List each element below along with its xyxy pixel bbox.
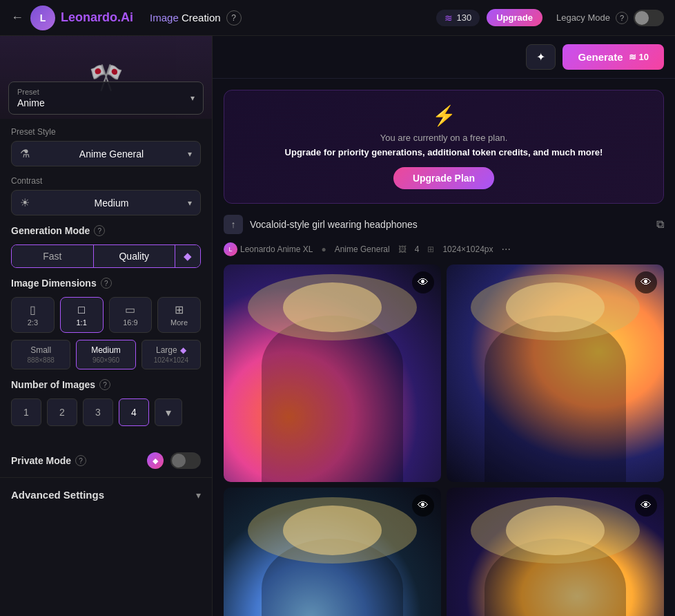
topnav: ← L Leonardo.Ai Image Creation ? ≋ 130 U… [0,0,675,36]
legacy-help-icon[interactable]: ? [616,12,628,24]
num-1-button[interactable]: 1 [11,398,41,426]
num-images-help-icon[interactable]: ? [99,379,110,390]
gen-dimensions: 1024×1024px [442,244,493,254]
contrast-select[interactable]: ☀ Medium ▾ [11,190,201,215]
style-name: Anime General [335,244,390,254]
separator2: 🖼 [398,244,407,254]
size-large-diamond-icon: ◆ [180,345,186,355]
fast-mode-button[interactable]: Fast [12,245,93,267]
preset-style-select[interactable]: ⚗ Anime General ▾ [11,141,201,166]
separator1: ● [321,244,326,254]
preset-style-label: Preset Style [11,127,201,137]
upgrade-banner: ⚡ You are currently on a free plan. Upgr… [224,90,664,204]
image-silhouette-1 [224,297,441,482]
generate-button[interactable]: Generate ≋ 10 [562,44,664,70]
content-topbar: ✦ Generate ≋ 10 [213,36,675,79]
image-dimensions-group: Image Dimensions ? ▯ 2:3 □ 1:1 ▭ 16:9 [11,278,201,369]
dimension-buttons: ▯ 2:3 □ 1:1 ▭ 16:9 ⊞ More [11,297,201,333]
preset-image-area: 🎌 Preset Anime ▾ [0,36,212,119]
legacy-label: Legacy Mode [556,12,610,23]
token-icon: ≋ [444,12,453,23]
banner-upgrade-button[interactable]: Upgrade Plan [393,167,494,189]
token-cost-value: 10 [639,52,649,62]
image-silhouette-3 [224,520,441,616]
image-eye-button-2[interactable]: 👁 [635,271,657,293]
banner-text2: Upgrade for priority generations, additi… [238,147,649,157]
private-mode-label: Private Mode ? [11,455,86,466]
num-more-button[interactable]: ▾ [155,398,182,426]
size-buttons: Small 888×888 Medium 960×960 Large ◆ 102… [11,340,201,369]
private-mode-diamond-icon: ◆ [147,452,164,469]
dim-icon-more: ⊞ [175,303,184,316]
nav-title: Image Creation [150,12,221,23]
contrast-icon: ☀ [20,196,30,209]
diamond-icon: ◆ [184,250,192,262]
gen-style: Anime General [335,244,390,254]
generation-mode-help-icon[interactable]: ? [94,225,105,236]
size-medium-button[interactable]: Medium 960×960 [76,340,135,369]
preset-style-group: Preset Style ⚗ Anime General ▾ [11,127,201,166]
image-card-4: 👁 [447,488,664,616]
dim-btn-16-9[interactable]: ▭ 16:9 [109,297,153,333]
num-3-button[interactable]: 3 [83,398,113,426]
image-eye-button-1[interactable]: 👁 [412,271,434,293]
image-grid: 👁 👁 👁 👁 [213,264,675,616]
image-dimensions-header: Image Dimensions ? [11,278,201,289]
private-mode-toggle[interactable] [170,452,201,469]
char-silhouette-4 [485,539,626,616]
back-button[interactable]: ← [11,10,23,25]
generation-info: L Leonardo Anime XL ● Anime General 🖼 4 … [224,242,664,256]
num-images-group: Number of Images ? 1 2 3 4 ▾ [11,379,201,426]
legacy-toggle[interactable] [634,10,664,26]
copy-icon[interactable]: ⧉ [656,218,664,231]
sidebar: 🎌 Preset Anime ▾ Preset Style ⚗ [0,36,213,616]
private-mode-row: Private Mode ? ◆ [0,444,212,477]
dim-icon-2-3: ▯ [30,303,36,316]
sidebar-controls: Preset Style ⚗ Anime General ▾ Contrast … [0,119,212,444]
size-small-button[interactable]: Small 888×888 [11,340,70,369]
token-count: 130 [457,12,472,23]
generation-mode-header: Generation Mode ? [11,225,201,236]
advanced-settings-label: Advanced Settings [11,489,104,501]
preset-overlay: Preset Anime ▾ [0,77,212,119]
more-options-icon[interactable]: ··· [501,243,510,256]
banner-bolt-icon: ⚡ [238,104,649,127]
size-large-button[interactable]: Large ◆ 1024×1024 [141,340,201,369]
private-mode-help-icon[interactable]: ? [75,455,86,466]
content-area: ✦ Generate ≋ 10 ⚡ You are currently on a… [213,36,675,616]
chevron-down-icon: ▾ [190,93,195,103]
enhance-button[interactable]: ✦ [526,44,556,70]
preset-dropdown[interactable]: Preset Anime ▾ [8,81,204,115]
prompt-up-icon: ↑ [224,215,243,234]
model-name: Leonardo Anime XL [240,244,313,254]
nav-help-icon[interactable]: ? [226,10,242,26]
gen-mode-extra-button[interactable]: ◆ [175,245,200,267]
separator3: ⊞ [427,244,434,254]
gen-cost: ≋ 10 [629,52,649,62]
gen-mode-wrapper: Fast Quality ◆ [11,244,201,268]
dim-icon-16-9: ▭ [125,303,135,316]
prompt-text: Vocaloid-style girl wearing headphones [250,219,649,230]
enhance-icon: ✦ [536,50,545,64]
contrast-label: Contrast [11,176,201,186]
model-avatar: L [224,242,237,256]
image-eye-button-4[interactable]: 👁 [635,494,657,517]
private-mode-controls: ◆ [147,452,201,469]
preset-style-icon: ⚗ [20,147,30,160]
image-card-3: 👁 [224,488,441,616]
main-layout: 🎌 Preset Anime ▾ Preset Style ⚗ [0,36,675,616]
upgrade-button[interactable]: Upgrade [487,9,542,26]
dim-btn-1-1[interactable]: □ 1:1 [60,297,104,333]
image-dimensions: 1024×1024px [442,244,493,254]
dim-btn-more[interactable]: ⊞ More [157,297,201,333]
quality-mode-button[interactable]: Quality [93,245,176,267]
advanced-settings-row[interactable]: Advanced Settings ▾ [0,477,212,512]
image-dimensions-help-icon[interactable]: ? [101,278,112,289]
dim-btn-2-3[interactable]: ▯ 2:3 [11,297,55,333]
avatar: L [30,6,55,30]
chevron-down-icon: ▾ [188,149,192,159]
num-4-button[interactable]: 4 [119,398,149,426]
image-eye-button-3[interactable]: 👁 [412,494,434,517]
num-2-button[interactable]: 2 [47,398,77,426]
image-silhouette-2 [447,297,664,482]
